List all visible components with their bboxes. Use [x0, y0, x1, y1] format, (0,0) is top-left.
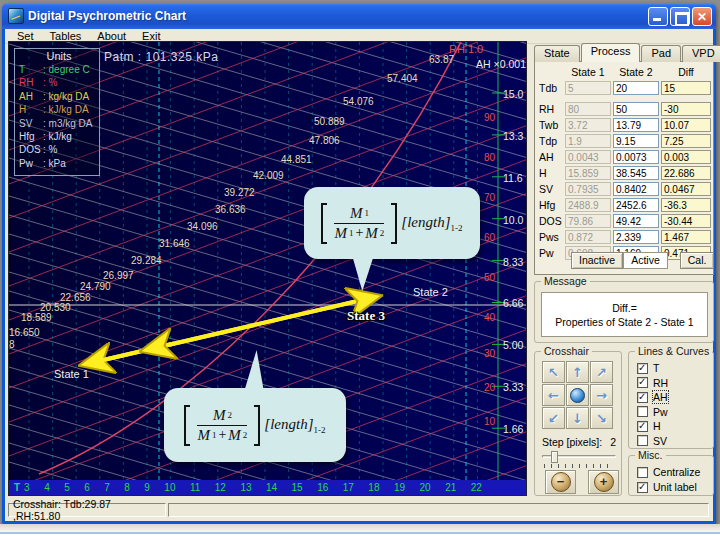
crosshair-arrow-button[interactable]: ↗	[590, 361, 613, 383]
table-row: Tdb 5 20 15	[539, 80, 713, 95]
step-value: 2	[610, 436, 616, 448]
column-header-diff: Diff	[661, 66, 711, 78]
crosshair-arrow-button[interactable]	[566, 384, 589, 406]
state1-field[interactable]: 0.872	[565, 230, 611, 244]
diff-field: -30	[661, 102, 711, 116]
diff-field: 15	[661, 81, 711, 95]
state1-field[interactable]: 3.72	[565, 118, 611, 132]
property-label: Tdp	[539, 135, 565, 147]
checkbox-label: SV	[653, 435, 667, 447]
misc-group: Misc. Centralize Unit label	[628, 455, 714, 496]
checkbox-icon[interactable]	[637, 482, 648, 493]
checkbox-label: Pw	[653, 406, 668, 418]
state1-field[interactable]: 0.7935	[565, 182, 611, 196]
table-row: Hfg 2488.9 2452.6 -36.3	[539, 197, 713, 212]
message-group-title: Message	[541, 275, 590, 287]
crosshair-status: Crosshair: Tdb:29.87 ,RH:51.80	[8, 503, 166, 517]
tab-strip: StateProcessPadVPD	[534, 45, 720, 62]
zoom-out-button[interactable]: −	[545, 470, 576, 494]
curve-toggle[interactable]: AH	[637, 391, 713, 403]
state1-field[interactable]: 80	[565, 102, 611, 116]
property-label: H	[539, 167, 565, 179]
property-label: Pws	[539, 231, 565, 243]
crosshair-arrow-button[interactable]: ↓	[566, 407, 589, 429]
curve-toggle[interactable]: SV	[637, 435, 713, 447]
state-point-label: State 2	[413, 286, 448, 298]
checkbox-icon[interactable]	[637, 435, 648, 446]
property-label: Pw	[539, 247, 565, 259]
state2-field[interactable]: 20	[613, 81, 659, 95]
curve-toggle[interactable]: Pw	[637, 406, 713, 418]
checkbox-icon[interactable]	[637, 467, 648, 478]
table-row: Pws 0.872 2.339 1.467	[539, 229, 713, 244]
crosshair-arrow-button[interactable]: ↘	[590, 407, 613, 429]
checkbox-label: RH	[653, 377, 668, 389]
crosshair-arrow-button[interactable]: ↙	[542, 407, 565, 429]
state2-field[interactable]: 13.79	[613, 118, 659, 132]
tab[interactable]: State	[534, 45, 580, 62]
panel-button[interactable]: Inactive	[571, 252, 623, 269]
diff-field: 7.25	[661, 134, 711, 148]
zoom-in-button[interactable]: +	[588, 470, 619, 494]
crosshair-arrow-button[interactable]: →	[590, 384, 613, 406]
crosshair-arrow-button[interactable]: ↖	[542, 361, 565, 383]
diff-field: -30.44	[661, 214, 711, 228]
state2-field[interactable]: 49.42	[613, 214, 659, 228]
column-header-state1: State 1	[565, 66, 611, 78]
crosshair-arrow-button[interactable]: ↑	[566, 361, 589, 383]
tab[interactable]: VPD	[682, 45, 720, 62]
table-row: AH 0.0043 0.0073 0.003	[539, 149, 713, 164]
state1-field[interactable]: 2488.9	[565, 198, 611, 212]
curve-toggle[interactable]: RH	[637, 377, 713, 389]
state1-field[interactable]: 1.9	[565, 134, 611, 148]
panel-button[interactable]: Active	[623, 252, 668, 269]
mass-fraction-formula-1: M1 M1+M2 [length]1-2	[321, 203, 462, 244]
checkbox-icon[interactable]	[637, 392, 648, 403]
state2-field[interactable]: 50	[613, 102, 659, 116]
panel-button[interactable]: Cal.	[680, 252, 715, 269]
state2-field[interactable]: 2.339	[613, 230, 659, 244]
lines-curves-group: Lines & Curves T RH AH	[628, 351, 714, 449]
message-line2: Properties of State 2 - State 1	[555, 316, 693, 328]
crosshair-arrow-pad: ↖↑↗←→↙↓↘	[542, 361, 614, 429]
close-button[interactable]	[692, 7, 712, 26]
checkbox-icon[interactable]	[637, 421, 648, 432]
psychrometric-chart[interactable]: Units T: degree C RH: % AH: kg/kg DA	[8, 41, 527, 496]
slider-ticks	[544, 464, 614, 468]
state1-field[interactable]: 79.86	[565, 214, 611, 228]
tab[interactable]: Process	[581, 43, 641, 62]
state2-field[interactable]: 2452.6	[613, 198, 659, 212]
table-row: Tdp 1.9 9.15 7.25	[539, 133, 713, 148]
checkbox-icon[interactable]	[637, 377, 648, 388]
state2-field[interactable]: 9.15	[613, 134, 659, 148]
state2-field[interactable]: 0.8402	[613, 182, 659, 196]
state1-field[interactable]: 0.0043	[565, 150, 611, 164]
state1-field[interactable]: 5	[565, 81, 611, 95]
checkbox-label: Centralize	[653, 466, 700, 478]
diff-field: 0.0467	[661, 182, 711, 196]
slider-thumb[interactable]	[551, 451, 558, 463]
step-slider[interactable]	[542, 451, 616, 465]
checkbox-icon[interactable]	[637, 363, 648, 374]
property-label: AH	[539, 151, 565, 163]
minimize-button[interactable]	[648, 7, 668, 26]
state2-field[interactable]: 0.0073	[613, 150, 659, 164]
crosshair-group: Crosshair ↖↑↗←→↙↓↘ Step [pixels]: 2 − +	[534, 351, 622, 496]
table-row: Twb 3.72 13.79 10.07	[539, 117, 713, 132]
misc-toggle[interactable]: Unit label	[637, 481, 713, 493]
curve-toggle[interactable]: H	[637, 420, 713, 432]
maximize-button[interactable]	[670, 7, 690, 26]
state2-field[interactable]: 38.545	[613, 166, 659, 180]
state1-field[interactable]: 15.859	[565, 166, 611, 180]
curve-toggle[interactable]: T	[637, 362, 713, 374]
window-content: SetTablesAboutExit Units	[5, 29, 713, 521]
misc-toggle[interactable]: Centralize	[637, 466, 713, 478]
desktop-background	[0, 524, 720, 540]
state-buttons: InactiveActiveCal.	[571, 252, 714, 269]
table-row: SV 0.7935 0.8402 0.0467	[539, 181, 713, 196]
checkbox-icon[interactable]	[637, 406, 648, 417]
tab[interactable]: Pad	[641, 45, 681, 62]
table-row: DOS 79.86 49.42 -30.44	[539, 213, 713, 228]
table-header: State 1 State 2 Diff	[539, 66, 713, 78]
crosshair-arrow-button[interactable]: ←	[542, 384, 565, 406]
